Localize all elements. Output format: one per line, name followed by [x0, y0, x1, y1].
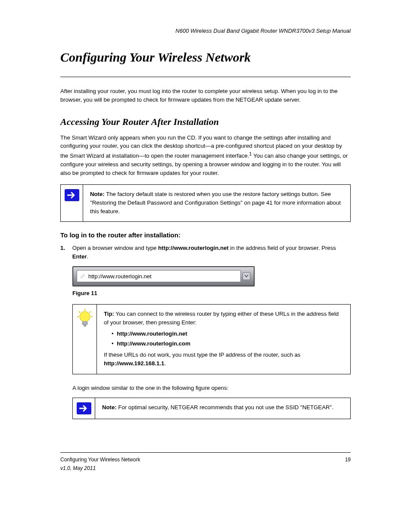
- step-1-text-b: in the address field of your browser. Pr…: [229, 245, 336, 251]
- tip-url-2: http://www.routerlogin.com: [117, 340, 190, 347]
- tip-icon-cell: [73, 305, 97, 374]
- tip-text-cell: Tip: You can connect to the wireless rou…: [97, 305, 350, 374]
- step-1-text: Open a browser window and type http://ww…: [72, 244, 351, 261]
- figure-caption: Figure 11: [72, 290, 351, 296]
- note2-label: Note:: [102, 404, 117, 411]
- note-text: The factory default state is restored wh…: [90, 191, 341, 215]
- tip-url-1: http://www.routerlogin.net: [117, 330, 187, 337]
- note2-text: For optimal security, NETGEAR recommends…: [117, 404, 333, 411]
- address-url-text: http://www.routerlogin.net: [88, 273, 152, 280]
- intro-paragraph: After installing your router, you must l…: [60, 87, 351, 104]
- step-1-enter: Enter: [72, 253, 87, 260]
- svg-rect-9: [84, 325, 86, 327]
- note-icon-cell: [61, 185, 83, 221]
- section-paragraph: The Smart Wizard only appears when you r…: [60, 134, 351, 177]
- address-bar-screenshot: http://www.routerlogin.net: [72, 266, 255, 286]
- version-text: v1.0, May 2011: [60, 465, 96, 471]
- step-1-text-a: Open a browser window and type: [72, 245, 158, 251]
- step-1-number: 1.: [60, 244, 71, 252]
- note-label: Note:: [90, 191, 105, 197]
- chapter-title: Configuring Your Wireless Network: [60, 50, 351, 65]
- svg-point-0: [80, 311, 90, 322]
- footer-left: Configuring Your Wireless Network: [60, 457, 140, 463]
- tip-ip: http://www.192.168.1.1: [104, 360, 164, 367]
- tip-box: Tip: You can connect to the wireless rou…: [72, 304, 351, 374]
- arrow-right-icon: [77, 402, 91, 414]
- step-1-text-c: .: [87, 253, 88, 260]
- lightbulb-icon: [76, 309, 93, 330]
- note-icon-cell-2: [73, 398, 95, 419]
- section-heading-accessing: Accessing Your Router After Installation: [60, 116, 351, 128]
- divider-bottom: [60, 452, 351, 453]
- svg-rect-6: [82, 321, 87, 325]
- note-box-ssid: Note: For optimal security, NETGEAR reco…: [72, 398, 351, 419]
- svg-line-3: [90, 311, 91, 313]
- address-input: http://www.routerlogin.net: [77, 270, 241, 282]
- step-1: 1. Open a browser window and type http:/…: [60, 244, 351, 261]
- note-text-cell-2: Note: For optimal security, NETGEAR reco…: [95, 398, 350, 419]
- footer-page-number: 19: [345, 457, 351, 463]
- note-box-factory-default: Note: The factory default state is resto…: [60, 184, 351, 222]
- divider-top: [60, 77, 351, 77]
- page-header-title: N600 Wireless Dual Band Gigabit Router W…: [175, 28, 351, 34]
- note-text-cell: Note: The factory default state is resto…: [83, 185, 350, 221]
- svg-line-2: [79, 311, 80, 313]
- tip-tail-text: If these URLs do not work, you must type…: [104, 352, 300, 358]
- page-footer: Configuring Your Wireless Network 19: [60, 457, 351, 463]
- steps-heading: To log in to the router after installati…: [60, 231, 351, 239]
- tip-label: Tip:: [104, 311, 114, 317]
- step-1-url: http://www.routerlogin.net: [158, 245, 229, 251]
- step-2-sentence: A login window similar to the one in the…: [72, 384, 351, 392]
- tip-text: You can connect to the wireless router b…: [104, 311, 339, 326]
- arrow-right-icon: [65, 189, 79, 201]
- pencil-icon: [80, 274, 86, 279]
- dropdown-icon: [243, 272, 250, 280]
